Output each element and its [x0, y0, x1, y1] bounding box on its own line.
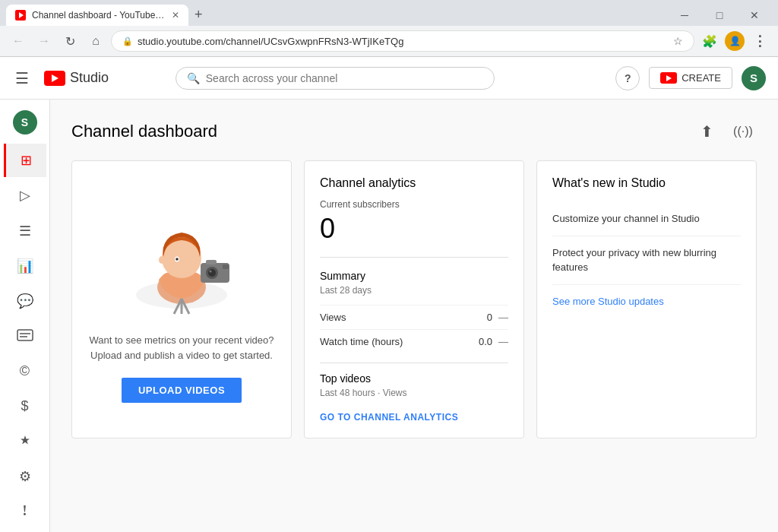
- broadcast-action-button[interactable]: ((·)): [729, 118, 757, 145]
- minimize-button[interactable]: ─: [667, 5, 702, 26]
- tab-favicon: [15, 10, 26, 21]
- tab-close-icon[interactable]: ✕: [172, 10, 179, 21]
- analytics-title: Channel analytics: [320, 176, 508, 190]
- sidebar-item-content[interactable]: ▷: [4, 179, 46, 212]
- sidebar-avatar: S: [13, 110, 37, 135]
- news-item-1[interactable]: Customize your channel in Studio: [552, 202, 741, 236]
- create-video-icon: [660, 72, 677, 84]
- views-row: Views 0 —: [320, 305, 508, 329]
- comments-icon: 💬: [17, 293, 33, 309]
- extensions-button[interactable]: 🧩: [699, 30, 720, 52]
- new-tab-button[interactable]: +: [188, 7, 209, 23]
- sidebar-item-dashboard[interactable]: ⊞: [4, 144, 46, 177]
- settings-icon: ⚙: [19, 468, 31, 485]
- news-item-3[interactable]: See more Studio updates: [552, 285, 741, 318]
- refresh-button[interactable]: ↻: [59, 30, 81, 52]
- svg-point-11: [208, 269, 216, 277]
- upload-illustration: [121, 196, 242, 318]
- search-input[interactable]: [206, 72, 483, 84]
- window-controls: ─ □ ✕: [667, 5, 772, 26]
- maximize-button[interactable]: □: [702, 5, 737, 26]
- views-label: Views: [320, 312, 346, 323]
- playlists-icon: ☰: [19, 223, 31, 239]
- upload-videos-button[interactable]: UPLOAD VIDEOS: [122, 378, 242, 403]
- youtube-studio-app: ☰ Studio 🔍 ? CREATE S: [0, 57, 778, 532]
- watchtime-value: 0.0 —: [479, 336, 508, 347]
- sidebar-item-playlists[interactable]: ☰: [4, 214, 46, 248]
- watchtime-label: Watch time (hours): [320, 336, 403, 347]
- content-icon: ▷: [20, 187, 30, 204]
- sidebar-item-customization[interactable]: [4, 425, 46, 458]
- page-title: Channel dashboard: [71, 122, 217, 141]
- content-area: Channel dashboard ⬆ ((·)): [50, 100, 778, 532]
- sidebar-item-avatar[interactable]: S: [4, 106, 46, 139]
- dashboard-grid: Want to see metrics on your recent video…: [71, 160, 757, 439]
- go-to-analytics-link[interactable]: GO TO CHANNEL ANALYTICS: [320, 412, 458, 423]
- camera-person-illustration: [121, 196, 242, 318]
- browser-toolbar: ← → ↻ ⌂ 🔒 studio.youtube.com/channel/UCs…: [0, 26, 778, 57]
- feedback-icon: !: [23, 503, 27, 519]
- analytics-icon: 📊: [17, 258, 33, 274]
- help-icon: ?: [625, 72, 631, 84]
- sidebar-item-subtitles[interactable]: [4, 319, 46, 353]
- forward-button[interactable]: →: [33, 30, 55, 52]
- svg-point-8: [159, 256, 165, 264]
- monetization-icon: $: [21, 398, 28, 414]
- copyright-icon: ©: [20, 363, 30, 379]
- hamburger-menu-button[interactable]: ☰: [12, 66, 32, 90]
- svg-point-7: [176, 258, 179, 261]
- subscribers-count: 0: [320, 213, 508, 245]
- watchtime-row: Watch time (hours) 0.0 —: [320, 329, 508, 353]
- home-button[interactable]: ⌂: [85, 30, 106, 52]
- header-right-actions: ? CREATE S: [615, 66, 766, 90]
- more-options-button[interactable]: ⋮: [749, 30, 770, 52]
- play-triangle-icon: [52, 74, 59, 82]
- search-bar[interactable]: 🔍: [176, 67, 495, 90]
- bookmark-icon[interactable]: ☆: [673, 35, 683, 47]
- upload-action-button[interactable]: ⬆: [693, 118, 720, 145]
- sidebar-item-settings[interactable]: ⚙: [4, 460, 46, 493]
- sidebar-item-comments[interactable]: 💬: [4, 284, 46, 318]
- studio-logo-text: Studio: [70, 70, 109, 86]
- sidebar-item-copyright[interactable]: ©: [4, 354, 46, 388]
- whats-new-card: What's new in Studio Customize your chan…: [536, 160, 757, 439]
- top-videos-title: Top videos: [320, 372, 508, 385]
- svg-point-12: [210, 271, 212, 273]
- close-button[interactable]: ✕: [737, 5, 772, 26]
- browser-titlebar: Channel dashboard - YouTube S... ✕ + ─ □…: [0, 0, 778, 26]
- back-button[interactable]: ←: [8, 30, 29, 52]
- sidebar-item-feedback[interactable]: !: [4, 495, 46, 528]
- page-header: Channel dashboard ⬆ ((·)): [71, 118, 757, 145]
- svg-rect-13: [206, 260, 217, 264]
- create-label: CREATE: [682, 72, 721, 84]
- subtitles-icon: [17, 329, 33, 343]
- user-avatar[interactable]: S: [742, 66, 766, 90]
- lock-icon: 🔒: [122, 36, 133, 46]
- app-header: ☰ Studio 🔍 ? CREATE S: [0, 57, 778, 100]
- news-item-2[interactable]: Protect your privacy with new blurring f…: [552, 236, 741, 285]
- divider-1: [320, 257, 508, 258]
- dashboard-icon: ⊞: [21, 152, 32, 169]
- whats-new-title: What's new in Studio: [552, 176, 741, 190]
- app-main: S ⊞ ▷ ☰ 📊 💬: [0, 100, 778, 532]
- views-value: 0 —: [487, 312, 508, 323]
- top-videos-subtitle: Last 48 hours · Views: [320, 388, 508, 398]
- create-button[interactable]: CREATE: [649, 67, 732, 89]
- sidebar-item-analytics[interactable]: 📊: [4, 249, 46, 283]
- yt-studio-logo[interactable]: Studio: [44, 70, 109, 86]
- browser-tab[interactable]: Channel dashboard - YouTube S... ✕: [6, 5, 188, 26]
- browser-chrome: Channel dashboard - YouTube S... ✕ + ─ □…: [0, 0, 778, 57]
- address-bar[interactable]: 🔒 studio.youtube.com/channel/UCsvGxwpnFR…: [111, 30, 694, 52]
- divider-2: [320, 363, 508, 363]
- profile-avatar-toolbar[interactable]: 👤: [725, 31, 745, 51]
- youtube-logo-icon: [44, 71, 65, 86]
- customization-icon: [17, 434, 33, 449]
- svg-rect-14: [223, 264, 229, 269]
- analytics-card: Channel analytics Current subscribers 0 …: [304, 160, 524, 439]
- search-icon: 🔍: [187, 72, 200, 84]
- tab-title: Channel dashboard - YouTube S...: [32, 10, 166, 21]
- help-button[interactable]: ?: [615, 66, 640, 90]
- sidebar-item-monetization[interactable]: $: [4, 389, 46, 423]
- page-header-actions: ⬆ ((·)): [693, 118, 757, 145]
- upload-card: Want to see metrics on your recent video…: [71, 160, 292, 439]
